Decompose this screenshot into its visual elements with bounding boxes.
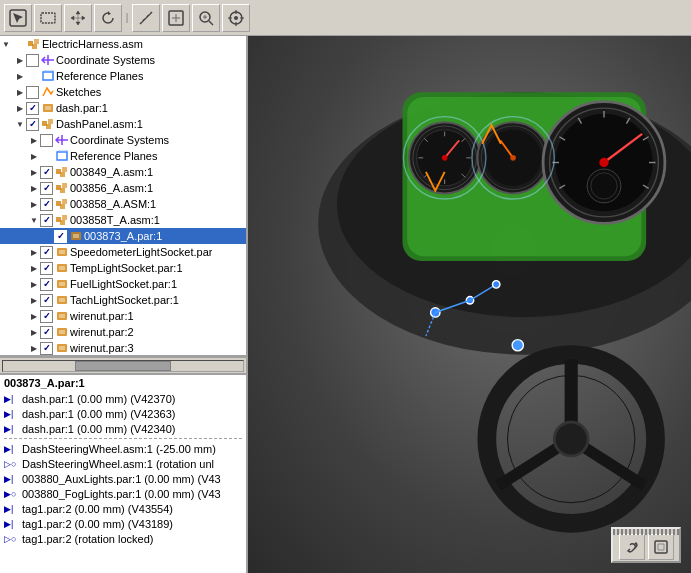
svg-rect-8 [32, 44, 37, 49]
tree-icon-ref-planes-1 [40, 69, 56, 83]
tree-expander-wirenut1[interactable]: ▶ [28, 310, 40, 322]
tree-item-fuel-light[interactable]: ▶FuelLightSocket.par:1 [0, 276, 246, 292]
tree-expander-sketches[interactable]: ▶ [14, 86, 26, 98]
move-button[interactable] [64, 4, 92, 32]
info-text: tag1.par:2 (0.00 mm) (V43554) [22, 503, 173, 515]
tree-item-part-003856[interactable]: ▶003856_A.asm:1 [0, 180, 246, 196]
mini-panel-btn1[interactable] [619, 534, 645, 560]
tree-checkbox-fuel-light[interactable] [40, 278, 53, 291]
tree-checkbox-wirenut3[interactable] [40, 342, 53, 355]
tree-label-temp-light: TempLightSocket.par:1 [70, 262, 183, 274]
tree-expander-part-003849[interactable]: ▶ [28, 166, 40, 178]
tree-expander-dash-par1[interactable]: ▶ [14, 102, 26, 114]
tree-checkbox-temp-light[interactable] [40, 262, 53, 275]
tree-item-dash-par1[interactable]: ▶dash.par:1 [0, 100, 246, 116]
zoom-area-button[interactable] [192, 4, 220, 32]
tree-checkbox-part-003856[interactable] [40, 182, 53, 195]
svg-rect-9 [43, 72, 53, 80]
info-bullet: ▷○ [4, 534, 22, 544]
tree-expander-part-003858[interactable]: ▶ [28, 198, 40, 210]
info-bullet: ▶| [4, 444, 22, 454]
fit-all-button[interactable] [162, 4, 190, 32]
tree-item-dashpanel-asm[interactable]: ▼DashPanel.asm:1 [0, 116, 246, 132]
tree-checkbox-wirenut2[interactable] [40, 326, 53, 339]
tree-checkbox-part-003858t[interactable] [40, 214, 53, 227]
tree-checkbox-dash-par1[interactable] [26, 102, 39, 115]
3d-viewport[interactable] [248, 36, 691, 573]
tree-checkbox-tach-light[interactable] [40, 294, 53, 307]
select-button[interactable] [4, 4, 32, 32]
tree-item-part-003873[interactable]: 003873_A.par:1 [0, 228, 246, 244]
info-separator [4, 438, 242, 439]
tree-checkbox-coord-systems-2[interactable] [40, 134, 53, 147]
tree-expander-wirenut3[interactable]: ▶ [28, 342, 40, 354]
tree-expander-ref-planes-1[interactable]: ▶ [14, 70, 26, 82]
tree-item-wirenut1[interactable]: ▶wirenut.par:1 [0, 308, 246, 324]
tree-item-temp-light[interactable]: ▶TempLightSocket.par:1 [0, 260, 246, 276]
tree-item-coord-systems-2[interactable]: ▶Coordinate Systems [0, 132, 246, 148]
tree-label-part-003858t: 003858T_A.asm:1 [70, 214, 160, 226]
mini-panel-drag-handle[interactable] [613, 529, 679, 535]
rectangle-select-button[interactable] [34, 4, 62, 32]
svg-point-91 [554, 422, 588, 456]
tree-expander-tach-light[interactable]: ▶ [28, 294, 40, 306]
tree-icon-part-003856 [54, 181, 70, 195]
tree-checkbox-sketches[interactable] [26, 86, 39, 99]
tree-checkbox-coord-systems-1[interactable] [26, 54, 39, 67]
tree-checkbox-wirenut1[interactable] [40, 310, 53, 323]
tree-icon-coord-systems-2 [54, 133, 70, 147]
tree-checkbox-part-003849[interactable] [40, 166, 53, 179]
tree-item-speedometer[interactable]: ▶SpeedometerLightSocket.par [0, 244, 246, 260]
tree-expander-wirenut2[interactable]: ▶ [28, 326, 40, 338]
tree-scrollbar[interactable] [0, 357, 246, 373]
tree-label-dashpanel-asm: DashPanel.asm:1 [56, 118, 143, 130]
tree-item-part-003858t[interactable]: ▼003858T_A.asm:1 [0, 212, 246, 228]
tree-icon-wirenut2 [54, 325, 70, 339]
info-item: ▶|tag1.par:2 (0.00 mm) (V43554) [4, 501, 242, 516]
tree-icon-fuel-light [54, 277, 70, 291]
tree-expander-part-003873[interactable] [42, 230, 54, 242]
rotate-button[interactable] [94, 4, 122, 32]
tree-item-part-003849[interactable]: ▶003849_A.asm:1 [0, 164, 246, 180]
info-bullet: ▷○ [4, 459, 22, 469]
tree-checkbox-speedometer[interactable] [40, 246, 53, 259]
scrollbar-thumb[interactable] [75, 361, 171, 371]
tree-checkbox-part-003873[interactable] [54, 230, 67, 243]
svg-rect-7 [34, 39, 39, 44]
tree-view[interactable]: ▼ElectricHarness.asm▶Coordinate Systems▶… [0, 36, 246, 357]
tree-icon-ref-planes-2 [54, 149, 70, 163]
tree-expander-part-003856[interactable]: ▶ [28, 182, 40, 194]
tree-item-sketches[interactable]: ▶Sketches [0, 84, 246, 100]
horizontal-scrollbar[interactable] [2, 360, 244, 372]
tree-item-wirenut3[interactable]: ▶wirenut.par:3 [0, 340, 246, 356]
svg-rect-41 [59, 330, 65, 334]
tree-expander-temp-light[interactable]: ▶ [28, 262, 40, 274]
tree-expander-ref-planes-2[interactable]: ▶ [28, 150, 40, 162]
mini-panel-btn2[interactable] [648, 534, 674, 560]
tree-checkbox-part-003858[interactable] [40, 198, 53, 211]
tree-checkbox-dashpanel-asm[interactable] [26, 118, 39, 131]
tree-expander-coord-systems-2[interactable]: ▶ [28, 134, 40, 146]
tree-expander-dashpanel-asm[interactable]: ▼ [14, 118, 26, 130]
tree-expander-electric-harness[interactable]: ▼ [0, 38, 12, 50]
info-text: tag1.par:2 (rotation locked) [22, 533, 153, 545]
tree-item-coord-systems-1[interactable]: ▶Coordinate Systems [0, 52, 246, 68]
tree-item-tach-light[interactable]: ▶TachLightSocket.par:1 [0, 292, 246, 308]
svg-rect-23 [62, 199, 67, 204]
tree-label-coord-systems-2: Coordinate Systems [70, 134, 169, 146]
tree-expander-speedometer[interactable]: ▶ [28, 246, 40, 258]
tree-label-ref-planes-1: Reference Planes [56, 70, 143, 82]
tree-expander-fuel-light[interactable]: ▶ [28, 278, 40, 290]
tree-item-electric-harness[interactable]: ▼ElectricHarness.asm [0, 36, 246, 52]
tree-item-wirenut2[interactable]: ▶wirenut.par:2 [0, 324, 246, 340]
tree-item-part-003858[interactable]: ▶003858_A.ASM:1 [0, 196, 246, 212]
measure-button[interactable] [132, 4, 160, 32]
tree-item-ref-planes-1[interactable]: ▶Reference Planes [0, 68, 246, 84]
tree-expander-coord-systems-1[interactable]: ▶ [14, 54, 26, 66]
target-button[interactable] [222, 4, 250, 32]
tree-expander-part-003858t[interactable]: ▼ [28, 214, 40, 226]
svg-rect-39 [59, 314, 65, 318]
svg-rect-33 [59, 266, 65, 270]
tree-icon-part-003858t [54, 213, 70, 227]
tree-item-ref-planes-2[interactable]: ▶Reference Planes [0, 148, 246, 164]
